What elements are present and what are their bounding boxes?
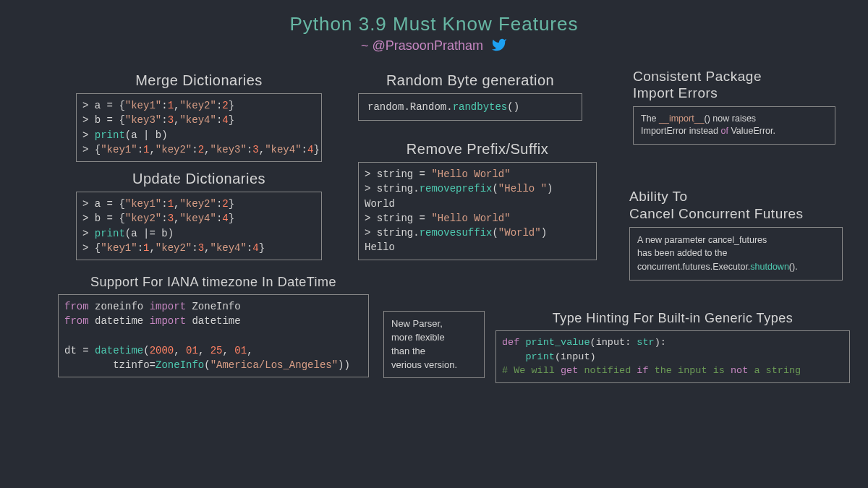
- author-handle: ~ @PrasoonPratham: [361, 38, 483, 53]
- merge-title: Merge Dictionaries: [76, 72, 322, 89]
- cancel-text: A new parameter cancel_futureshas been a…: [629, 227, 843, 281]
- iana-code: from zoneinfo import ZoneInfo from datet…: [58, 294, 369, 377]
- typehint-title: Type Hinting For Built-in Generic Types: [495, 311, 850, 326]
- twitter-icon: [491, 37, 507, 56]
- merge-code: > a = {"key1":1,"key2":2} > b = {"key3":…: [76, 93, 322, 162]
- import-errors-text: The __import__() now raisesImportError i…: [633, 106, 835, 145]
- random-title: Random Byte generation: [358, 72, 582, 89]
- parser-note: New Parser, more flexible than the verio…: [383, 311, 485, 378]
- prefix-code: > string = "Hello World" > string.remove…: [358, 162, 597, 260]
- import-errors-title: Consistent Package Import Errors: [633, 69, 835, 102]
- typehint-code: def print_value(input: str): print(input…: [495, 330, 850, 383]
- prefix-title: Remove Prefix/Suffix: [358, 141, 597, 158]
- page-subtitle: ~ @PrasoonPratham: [0, 37, 868, 56]
- update-title: Update Dictionaries: [76, 171, 322, 187]
- page-title: Python 3.9 Must Know Features: [0, 0, 868, 35]
- iana-title: Support For IANA timezone In DateTime: [58, 275, 369, 290]
- update-code: > a = {"key1":1,"key2":2} > b = {"key2":…: [76, 192, 322, 260]
- cancel-title: Ability To Cancel Concurrent Futures: [629, 188, 843, 223]
- random-code: random.Random.randbytes(): [358, 93, 582, 121]
